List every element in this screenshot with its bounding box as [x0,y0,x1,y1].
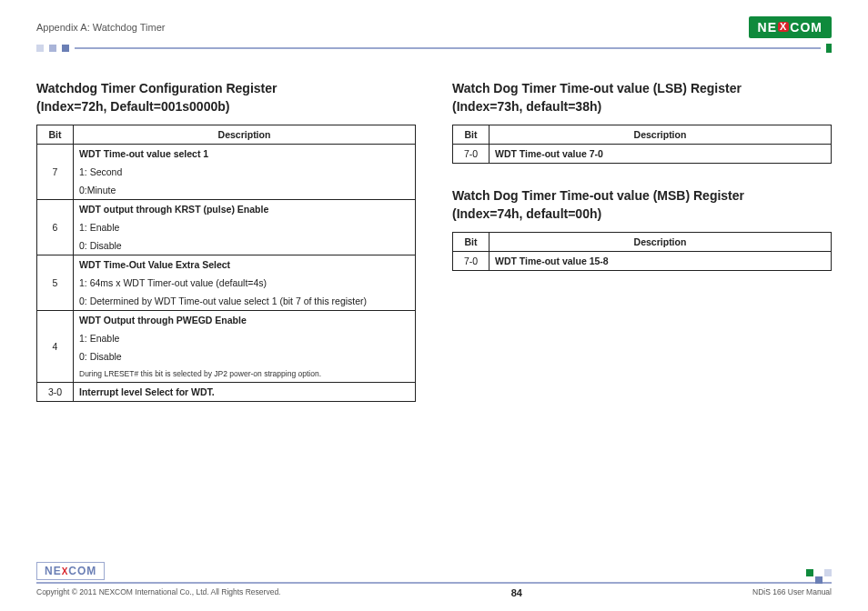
cell-bit: 5 [37,255,74,311]
logo-nexcom: NEXCOM [749,16,832,38]
header-divider [36,44,832,53]
cell-desc: 1: Enable [74,218,416,236]
cell-desc: WDT output through KRST (pulse) Enable [74,200,416,219]
cell-note: During LRESET# this bit is selected by J… [74,366,416,383]
table-msb-register: Bit Description 7-0 WDT Time-out value 1… [452,232,832,271]
decor-square [62,45,69,52]
th-bit: Bit [37,125,74,145]
logo-part-x: X [778,22,789,32]
title-line: (Index=72h, Default=001s0000b) [36,99,229,114]
decor-square [815,576,823,584]
section-title-msb-register: Watch Dog Timer Time-out value (MSB) Reg… [452,187,832,223]
section-title-config-register: Watchdog Timer Configuration Register (I… [36,80,416,115]
cell-desc: WDT Time-Out Value Extra Select [74,255,416,275]
cell-bit: 7-0 [453,145,490,164]
title-line: Watchdog Timer Configuration Register [36,81,277,95]
cell-desc: 0: Disable [74,236,416,255]
cell-bit: 7-0 [453,252,490,271]
table-config-register: Bit Description 7 WDT Time-out value sel… [36,125,416,402]
cell-desc: 0: Disable [74,347,416,366]
decor-square [806,569,813,576]
footer-logo: NEXCOM [36,562,105,580]
decor-cap [826,44,832,53]
cell-desc: 1: Enable [74,329,416,347]
footer: NEXCOM Copyright © 2011 NEXCOM Internati… [36,582,832,598]
cell-bit: 6 [37,200,74,255]
cell-desc: WDT Output through PWEGD Enable [74,311,416,330]
decor-square [824,569,832,576]
table-lsb-register: Bit Description 7-0 WDT Time-out value 7… [452,125,832,164]
logo-part-ne: NE [45,565,62,577]
cell-desc: WDT Time-out value 15-8 [490,252,832,271]
footer-divider [36,582,832,584]
cell-bit: 7 [37,145,74,200]
title-line: Watch Dog Timer Time-out value (LSB) Reg… [452,81,742,95]
cell-desc: 0: Determined by WDT Time-out value sele… [74,292,416,311]
copyright-text: Copyright © 2011 NEXCOM International Co… [36,587,280,598]
cell-desc: WDT Time-out value 7-0 [490,145,832,164]
th-bit: Bit [453,125,490,145]
cell-desc: 1: 64ms x WDT Timer-out value (default=4… [74,274,416,292]
title-line: (Index=74h, default=00h) [452,206,601,221]
page-number: 84 [511,587,522,598]
th-desc: Description [74,125,416,145]
title-line: Watch Dog Timer Time-out value (MSB) Reg… [452,188,744,203]
cell-bit: 4 [37,311,74,383]
decor-square [49,45,56,52]
cell-desc: 1: Second [74,163,416,181]
manual-name: NDiS 166 User Manual [752,587,832,598]
logo-part-com: COM [68,565,96,577]
decor-line [75,47,821,49]
cell-desc: Interrupt level Select for WDT. [74,383,416,402]
section-title-lsb-register: Watch Dog Timer Time-out value (LSB) Reg… [452,80,832,115]
logo-part-ne: NE [758,20,777,35]
cell-desc: WDT Time-out value select 1 [74,145,416,164]
th-desc: Description [490,125,832,145]
appendix-title: Appendix A: Watchdog Timer [36,22,165,33]
cell-bit: 3-0 [37,383,74,402]
th-desc: Description [490,233,832,252]
th-bit: Bit [453,233,490,252]
title-line: (Index=73h, default=38h) [452,99,601,114]
footer-decor [806,569,832,576]
cell-desc: 0:Minute [74,181,416,200]
decor-square [36,45,44,52]
logo-part-com: COM [790,20,823,35]
